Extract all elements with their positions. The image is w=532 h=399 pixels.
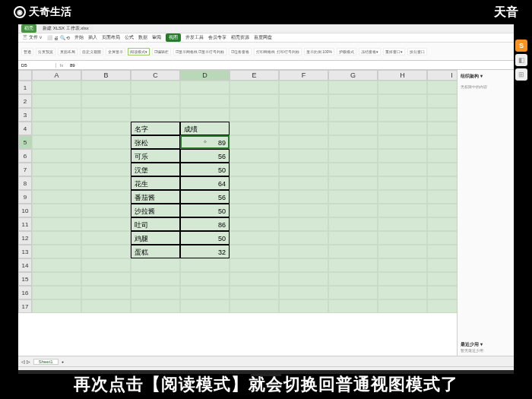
cell-G16[interactable] [328, 286, 378, 299]
cell-G7[interactable] [328, 163, 378, 176]
cell-E9[interactable] [230, 190, 279, 204]
cell-E6[interactable] [230, 149, 279, 163]
cell-G2[interactable] [328, 94, 378, 108]
cell-I14[interactable] [427, 258, 457, 272]
cell-H9[interactable] [378, 190, 427, 204]
cell-G8[interactable] [328, 176, 378, 190]
menu-start[interactable]: 开始 [74, 34, 84, 41]
cell-F6[interactable] [279, 149, 328, 163]
menu-review[interactable]: 审阅 [152, 34, 161, 41]
cell-G3[interactable] [328, 108, 378, 122]
cell-E11[interactable] [230, 217, 279, 231]
side-icon-s[interactable]: S [515, 40, 527, 52]
cell-B15[interactable] [81, 272, 131, 286]
col-header-A[interactable]: A [32, 70, 81, 81]
cell-B4[interactable] [81, 122, 131, 135]
cell-B14[interactable] [81, 258, 131, 272]
cell-C4[interactable]: 名字 [131, 122, 180, 135]
cell-A10[interactable] [32, 204, 81, 217]
cell-H12[interactable] [378, 231, 427, 245]
cell-F12[interactable] [279, 231, 328, 245]
menu-dev[interactable]: 开发工具 [185, 34, 204, 41]
title-tab-file[interactable]: 新建 XLSX 工作表.xlsx [38, 24, 93, 33]
ribbon-btn-11[interactable]: 护眼模式 [337, 48, 356, 55]
cell-H15[interactable] [378, 272, 427, 286]
cell-C13[interactable]: 蛋糕 [131, 245, 180, 258]
cell-B13[interactable] [81, 245, 131, 258]
cell-H6[interactable] [378, 149, 427, 163]
col-header-H[interactable]: H [378, 70, 427, 81]
cell-G10[interactable] [328, 204, 378, 217]
cell-H11[interactable] [378, 217, 427, 231]
cell-F13[interactable] [279, 245, 328, 258]
menu-docer[interactable]: 稻壳资源 [231, 34, 249, 41]
cell-G6[interactable] [328, 149, 378, 163]
formula-input[interactable]: 89 [67, 63, 514, 68]
row-header-9[interactable]: 9 [18, 190, 32, 204]
cell-B6[interactable] [81, 149, 131, 163]
cell-I8[interactable] [427, 176, 457, 190]
cell-I10[interactable] [427, 204, 457, 217]
cell-E3[interactable] [230, 108, 279, 122]
cell-I2[interactable] [427, 94, 457, 108]
row-header-16[interactable]: 16 [18, 286, 32, 299]
cell-I6[interactable] [427, 149, 457, 163]
cell-E8[interactable] [230, 176, 279, 190]
row-header-8[interactable]: 8 [18, 176, 32, 190]
cell-E15[interactable] [230, 272, 279, 286]
cell-G4[interactable] [328, 122, 378, 135]
menu-baidu[interactable]: 百度网盘 [254, 34, 272, 41]
cell-A1[interactable] [32, 81, 81, 94]
cell-E16[interactable] [230, 286, 279, 299]
cell-D7[interactable]: 50 [180, 163, 230, 176]
cell-E10[interactable] [230, 204, 279, 217]
cell-C6[interactable]: 可乐 [131, 149, 180, 163]
cell-I16[interactable] [427, 286, 457, 299]
cell-C15[interactable] [131, 272, 180, 286]
row-header-13[interactable]: 13 [18, 245, 32, 258]
cell-G9[interactable] [328, 190, 378, 204]
ribbon-btn-6[interactable]: ☑编辑栏 [152, 48, 171, 55]
cell-E7[interactable] [230, 163, 279, 176]
menu-insert[interactable]: 插入 [88, 34, 97, 41]
cell-H17[interactable] [378, 299, 427, 313]
row-header-14[interactable]: 14 [18, 258, 32, 272]
cell-F5[interactable] [279, 135, 328, 149]
side-icon-2[interactable]: ◧ [515, 54, 527, 66]
ribbon-btn-2[interactable]: 页面布局 [58, 48, 78, 55]
side-icon-3[interactable]: ⊞ [515, 68, 527, 81]
cell-A15[interactable] [32, 272, 81, 286]
cell-B12[interactable] [81, 231, 131, 245]
cell-B17[interactable] [81, 299, 131, 313]
row-header-1[interactable]: 1 [18, 81, 32, 94]
cell-G1[interactable] [328, 81, 378, 94]
cell-G14[interactable] [328, 258, 378, 272]
cell-C16[interactable] [131, 286, 180, 299]
cell-H8[interactable] [378, 176, 427, 190]
cell-I5[interactable] [427, 135, 457, 149]
cell-A14[interactable] [32, 258, 81, 272]
cell-E12[interactable] [230, 231, 279, 245]
fx-icon[interactable]: fx [56, 63, 67, 68]
cell-F14[interactable] [279, 258, 328, 272]
cell-C5[interactable]: 张松 [131, 135, 180, 149]
cell-D13[interactable]: 32 [180, 245, 230, 258]
cell-B7[interactable] [81, 163, 131, 176]
menu-data[interactable]: 数据 [138, 34, 147, 41]
cell-H14[interactable] [378, 258, 427, 272]
cell-D5[interactable]: ✧89 [180, 135, 230, 149]
menu-view-active[interactable]: 视图 [166, 33, 181, 42]
cell-A8[interactable] [32, 176, 81, 190]
cell-B11[interactable] [81, 217, 131, 231]
cell-D11[interactable]: 86 [180, 217, 230, 231]
cell-D10[interactable]: 50 [180, 204, 230, 217]
cell-F15[interactable] [279, 272, 328, 286]
cell-I17[interactable] [427, 299, 457, 313]
ribbon-btn-13[interactable]: 重排窗口▾ [383, 48, 405, 55]
row-header-3[interactable]: 3 [18, 108, 32, 122]
col-header-D[interactable]: D [180, 70, 230, 81]
ribbon-btn-12[interactable]: 冻结窗格▾ [359, 48, 381, 55]
cell-C11[interactable]: 吐司 [131, 217, 180, 231]
cell-F3[interactable] [279, 108, 328, 122]
row-header-5[interactable]: 5 [18, 135, 32, 149]
